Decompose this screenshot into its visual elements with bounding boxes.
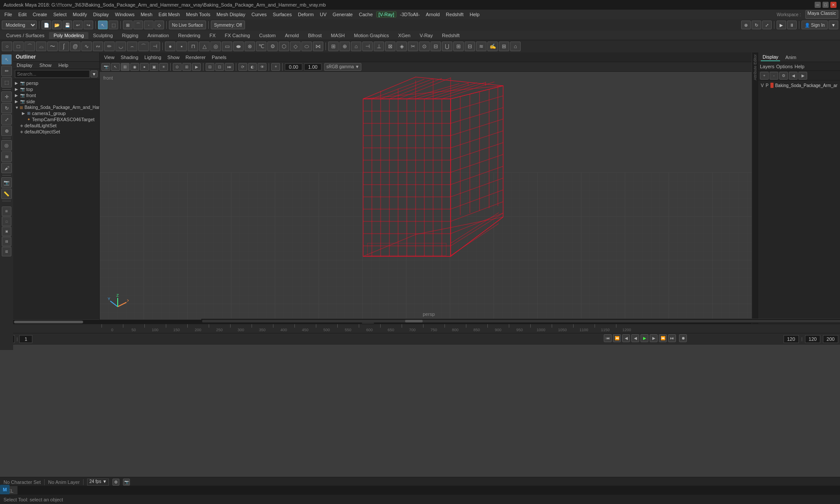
shape-torus[interactable]: ◎ bbox=[210, 42, 221, 51]
shape-pencil[interactable]: ✏ bbox=[104, 42, 115, 51]
vp-menu-view[interactable]: View bbox=[102, 54, 117, 61]
status-camera-btn[interactable]: 📷 bbox=[123, 479, 130, 486]
save-file-btn[interactable]: 💾 bbox=[63, 21, 72, 29]
right-panel-tab-display[interactable]: Display bbox=[761, 53, 780, 61]
move-tool[interactable]: ✛ bbox=[1, 91, 12, 102]
vp-snap-icon[interactable]: ⌖ bbox=[271, 63, 280, 71]
outliner-search-input[interactable] bbox=[15, 70, 90, 78]
pb-play-fwd[interactable]: ▶ bbox=[640, 334, 648, 342]
shape-cube[interactable]: ▪ bbox=[176, 42, 187, 51]
scene-area[interactable]: front persp X Y Z bbox=[100, 72, 758, 324]
shape-super-ellipse[interactable]: ⬭ bbox=[301, 42, 312, 51]
snap-grid-btn[interactable]: ⊞ bbox=[123, 21, 133, 29]
open-file-btn[interactable]: 📂 bbox=[52, 21, 62, 29]
menu-generate[interactable]: Generate bbox=[330, 11, 355, 18]
vp-camera-icon[interactable]: 📷 bbox=[102, 63, 110, 71]
tab-fx[interactable]: FX bbox=[205, 32, 220, 39]
layer-new-btn[interactable]: + bbox=[760, 72, 769, 80]
tab-fx-caching[interactable]: FX Caching bbox=[220, 32, 254, 39]
outliner-hscroll[interactable] bbox=[13, 319, 99, 324]
shape-bridge[interactable]: ⊥ bbox=[374, 42, 384, 51]
range-slider-thumb[interactable] bbox=[405, 320, 423, 322]
shape-spiral[interactable]: @ bbox=[70, 42, 80, 51]
menu-vray[interactable]: [V-Ray] bbox=[376, 11, 396, 18]
sign-in-dropdown[interactable]: ▼ bbox=[829, 21, 838, 29]
pb-record[interactable]: ⏺ bbox=[679, 334, 687, 342]
right-menu-options[interactable]: Options bbox=[776, 64, 793, 69]
shape-mirror[interactable]: ⊟ bbox=[430, 42, 441, 51]
shape-2pt-arc[interactable]: ⌢ bbox=[127, 42, 137, 51]
menu-redshift[interactable]: Redshift bbox=[443, 11, 466, 18]
vp-resolution-icon[interactable]: ⊞ bbox=[182, 63, 191, 71]
tab-curves-surfaces[interactable]: Curves / Surfaces bbox=[2, 32, 49, 39]
pb-step-fwd[interactable]: ⏩ bbox=[659, 334, 667, 342]
shape-pipe[interactable]: ⊗ bbox=[245, 42, 255, 51]
redo-btn[interactable]: ↪ bbox=[84, 21, 93, 29]
shape-boolean[interactable]: ⋃ bbox=[442, 42, 452, 51]
range-start-input[interactable] bbox=[805, 335, 820, 343]
shape-smooth[interactable]: ≋ bbox=[476, 42, 486, 51]
pb-step-back[interactable]: ⏪ bbox=[613, 334, 621, 342]
ruler-tool[interactable]: 📏 bbox=[1, 189, 12, 199]
pb-play-back[interactable]: ◀ bbox=[631, 334, 639, 342]
tab-custom[interactable]: Custom bbox=[255, 32, 280, 39]
rotate-btn[interactable]: ↻ bbox=[752, 21, 761, 29]
shape-target-weld[interactable]: ⊙ bbox=[419, 42, 430, 51]
paint-weights-tool[interactable]: 🖌 bbox=[1, 163, 12, 173]
shape-sculpt-tool[interactable]: ✍ bbox=[487, 42, 498, 51]
tab-rendering[interactable]: Rendering bbox=[174, 32, 205, 39]
shape-bevel[interactable]: ⌒ bbox=[138, 42, 149, 51]
shape-extrude[interactable]: ⊣ bbox=[362, 42, 373, 51]
range-bar[interactable] bbox=[201, 318, 840, 323]
layer-options-btn[interactable]: ⚙ bbox=[779, 72, 788, 80]
shape-bezier[interactable]: ʃ bbox=[59, 42, 69, 51]
channel-item-main[interactable]: V P Baking_Soda_Package_Arm_ar bbox=[758, 82, 840, 88]
menu-windows[interactable]: Windows bbox=[112, 11, 137, 18]
paint-tool[interactable]: ✏ bbox=[1, 66, 12, 76]
mel-input[interactable] bbox=[18, 486, 840, 495]
shape-ultra-shape[interactable]: ⋈ bbox=[313, 42, 323, 51]
snap-curve-btn[interactable]: ⌒ bbox=[133, 21, 143, 29]
sculpt-tool[interactable]: ≋ bbox=[1, 151, 12, 162]
shape-3pt-arc[interactable]: ◡ bbox=[116, 42, 126, 51]
tab-bifrost[interactable]: Bifrost bbox=[304, 32, 326, 39]
outliner-show-menu[interactable]: Show bbox=[36, 62, 55, 69]
shape-ep[interactable]: ∾ bbox=[93, 42, 103, 51]
outliner-item-default-light-set[interactable]: ◈ defaultLightSet bbox=[13, 122, 99, 129]
vp-menu-shading[interactable]: Shading bbox=[118, 54, 141, 61]
vp-stereo-icon[interactable]: ◐ bbox=[248, 63, 257, 71]
tab-arnold[interactable]: Arnold bbox=[280, 32, 303, 39]
show-manip-tool[interactable]: ⊕ bbox=[1, 126, 12, 136]
lasso-btn[interactable]: ⬚ bbox=[108, 21, 118, 29]
shape-merge[interactable]: ⊕ bbox=[340, 42, 350, 51]
outliner-item-persp[interactable]: ▶ 📷 persp bbox=[13, 80, 99, 86]
range-end-input[interactable] bbox=[823, 335, 838, 343]
shape-append[interactable]: ⊠ bbox=[385, 42, 396, 51]
select-tool[interactable]: ↖ bbox=[1, 54, 12, 65]
tab-animation[interactable]: Animation bbox=[143, 32, 173, 39]
tab-mash[interactable]: MASH bbox=[326, 32, 349, 39]
outliner-item-side[interactable]: ▶ 📷 side bbox=[13, 98, 99, 105]
render-btn[interactable]: ▶ bbox=[777, 21, 786, 29]
outliner-item-default-object-set[interactable]: ◈ defaultObjectSet bbox=[13, 129, 99, 135]
layer-delete-btn[interactable]: - bbox=[770, 72, 778, 80]
shape-lattice[interactable]: ⊞ bbox=[499, 42, 509, 51]
maximize-button[interactable]: □ bbox=[822, 2, 829, 8]
shape-edge-loop[interactable]: ⊞ bbox=[328, 42, 339, 51]
shape-arc[interactable]: ⌓ bbox=[36, 42, 46, 51]
layout-side[interactable]: ▣ bbox=[2, 227, 11, 236]
menu-create[interactable]: Create bbox=[30, 11, 50, 18]
range-slider[interactable] bbox=[202, 320, 840, 322]
shape-disc[interactable]: ⬬ bbox=[233, 42, 244, 51]
tab-motion-graphics[interactable]: Motion Graphics bbox=[350, 32, 393, 39]
pb-next-key[interactable]: ▶ bbox=[650, 334, 658, 342]
vp-shaded-icon[interactable]: ● bbox=[140, 63, 149, 71]
attr-editor-tab[interactable]: Attribute Editor bbox=[753, 54, 757, 80]
outliner-item-front[interactable]: ▶ 📷 front bbox=[13, 92, 99, 98]
workspace-dropdown[interactable]: Maya Classic bbox=[805, 10, 838, 19]
vp-light-icon[interactable]: ☀ bbox=[159, 63, 168, 71]
vp-exposure-input[interactable] bbox=[285, 63, 302, 70]
outliner-item-baking-soda[interactable]: ▼ ⊞ Baking_Soda_Package_Arm_and_Ham bbox=[13, 105, 99, 110]
snap-surface-btn[interactable]: ◇ bbox=[154, 21, 164, 29]
sign-in-btn[interactable]: 👤 Sign In bbox=[802, 21, 828, 29]
